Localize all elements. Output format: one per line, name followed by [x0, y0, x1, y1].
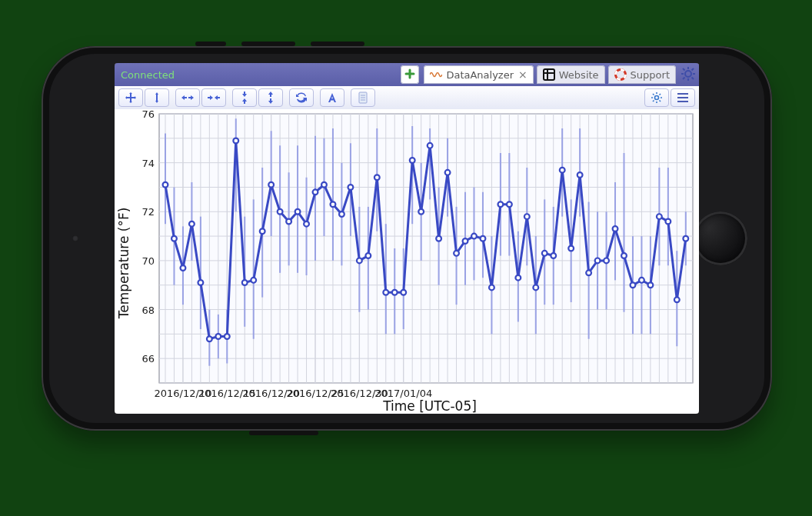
svg-point-201 — [463, 238, 468, 244]
svg-point-170 — [189, 221, 195, 227]
svg-point-187 — [339, 211, 344, 217]
new-tab-button[interactable] — [401, 65, 419, 84]
svg-point-181 — [286, 219, 291, 225]
svg-text:74: 74 — [141, 158, 155, 169]
svg-point-2 — [615, 70, 625, 80]
letter-a-icon — [327, 92, 338, 103]
svg-point-212 — [560, 168, 565, 173]
grid-icon — [543, 68, 555, 81]
svg-rect-28 — [159, 114, 693, 383]
tab-website[interactable]: Website — [537, 65, 605, 84]
x-axis-label: Time [UTC-05] — [382, 398, 477, 414]
svg-point-222 — [648, 282, 654, 288]
svg-point-224 — [665, 219, 671, 225]
plus-icon — [404, 68, 415, 82]
zoom-out-x-tool[interactable] — [201, 88, 226, 107]
svg-point-221 — [639, 278, 644, 283]
svg-point-211 — [551, 253, 556, 258]
arrows-in-horizontal-icon — [181, 92, 195, 103]
gear-icon — [651, 92, 663, 104]
tab-dataanalyzer[interactable]: DataAnalyzer × — [424, 65, 533, 84]
hamburger-icon — [677, 92, 689, 103]
svg-point-184 — [313, 189, 318, 195]
svg-point-188 — [348, 185, 353, 190]
zoom-in-x-tool[interactable] — [175, 88, 200, 107]
svg-point-193 — [392, 290, 398, 295]
svg-point-226 — [683, 236, 688, 241]
menu-button[interactable] — [671, 88, 695, 107]
refresh-icon — [295, 92, 308, 104]
svg-point-213 — [568, 246, 574, 251]
svg-point-179 — [268, 182, 274, 188]
svg-point-172 — [207, 336, 212, 341]
chart-area[interactable]: 666870727476 2016/12/102016/12/152016/12… — [115, 109, 699, 414]
svg-point-178 — [260, 228, 265, 234]
refresh-tool[interactable] — [289, 88, 314, 107]
connection-status: Connected — [115, 69, 181, 81]
gear-sparkle-icon — [681, 66, 696, 84]
svg-line-8 — [683, 68, 685, 71]
chart-toolbar — [115, 86, 699, 110]
lifering-icon — [614, 68, 627, 81]
svg-point-192 — [383, 290, 388, 295]
svg-line-11 — [692, 68, 694, 71]
svg-point-196 — [418, 209, 424, 215]
svg-point-183 — [304, 221, 309, 227]
svg-point-175 — [233, 138, 238, 144]
svg-line-10 — [683, 77, 685, 79]
svg-point-206 — [507, 201, 512, 207]
phone-frame: Connected DataAnalyzer × — [42, 46, 772, 431]
svg-point-219 — [621, 253, 627, 258]
fit-y-tool[interactable] — [232, 88, 257, 107]
svg-point-171 — [198, 280, 203, 285]
arrows-out-horizontal-icon — [207, 92, 221, 103]
svg-text:68: 68 — [141, 305, 155, 316]
auto-y-tool[interactable] — [258, 88, 283, 107]
svg-point-186 — [331, 201, 336, 207]
svg-point-214 — [577, 172, 583, 178]
annotate-tool[interactable] — [320, 88, 344, 107]
svg-rect-0 — [544, 69, 554, 80]
notes-tool[interactable] — [351, 88, 375, 107]
home-button[interactable] — [694, 211, 747, 265]
document-icon — [358, 92, 368, 104]
svg-point-191 — [374, 175, 380, 180]
svg-point-194 — [401, 290, 406, 295]
svg-point-185 — [321, 182, 327, 188]
svg-point-216 — [595, 258, 601, 264]
chart-settings-button[interactable] — [644, 88, 669, 107]
svg-point-210 — [542, 251, 547, 256]
pan-tool[interactable] — [118, 88, 143, 107]
svg-point-207 — [515, 275, 521, 281]
svg-point-198 — [436, 236, 441, 241]
svg-point-225 — [674, 297, 680, 302]
zoom-y-tool[interactable] — [145, 88, 169, 107]
svg-line-21 — [653, 94, 654, 95]
window-tabbar: Connected DataAnalyzer × — [115, 63, 699, 86]
svg-text:2017/01/04: 2017/01/04 — [374, 388, 432, 399]
svg-line-24 — [660, 94, 661, 95]
svg-line-22 — [660, 101, 661, 102]
svg-point-205 — [498, 201, 504, 207]
svg-point-203 — [481, 236, 486, 241]
svg-text:72: 72 — [141, 206, 155, 218]
y-axis-label: Temperature (°F) — [116, 208, 131, 320]
svg-point-176 — [242, 280, 248, 285]
svg-point-169 — [181, 265, 186, 271]
close-icon[interactable]: × — [518, 68, 527, 81]
svg-point-167 — [163, 182, 168, 188]
settings-menu-button[interactable] — [677, 64, 699, 85]
phone-speaker — [72, 235, 78, 241]
svg-point-173 — [215, 334, 221, 339]
tab-support[interactable]: Support — [608, 65, 676, 84]
svg-point-190 — [365, 253, 371, 258]
tab-label: Support — [631, 69, 670, 81]
svg-point-209 — [533, 285, 538, 291]
svg-point-168 — [171, 236, 177, 241]
temperature-chart[interactable]: 666870727476 2016/12/102016/12/152016/12… — [115, 109, 699, 414]
svg-text:66: 66 — [141, 353, 155, 365]
zoom-vertical-icon — [151, 92, 163, 104]
svg-point-195 — [410, 158, 415, 163]
svg-point-177 — [251, 278, 256, 283]
svg-point-215 — [586, 270, 591, 275]
